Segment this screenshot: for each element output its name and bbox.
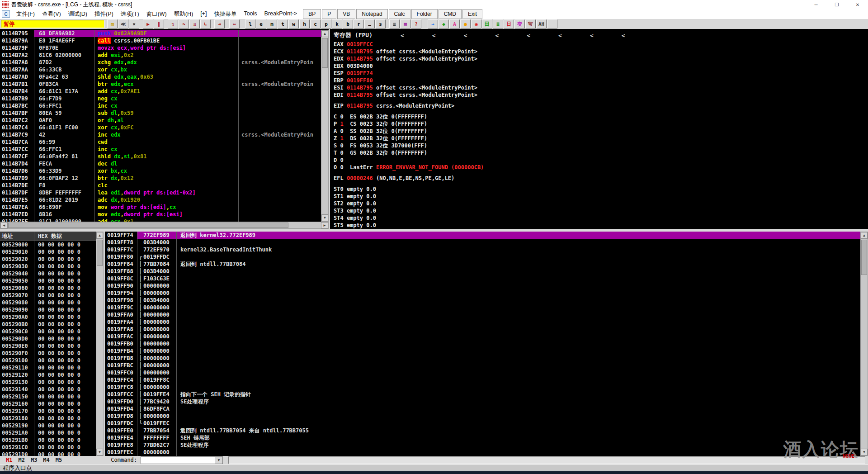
plugin-5-icon[interactable]: ◉ (471, 19, 481, 28)
dump-row[interactable]: 0052911000 00 00 00 0 (0, 364, 96, 371)
disasm-row[interactable]: 0114B7DEF8clc (0, 182, 321, 189)
dump-row[interactable]: 0052913000 00 00 00 0 (0, 379, 96, 386)
dump-row[interactable]: 0052916000 00 00 00 0 (0, 400, 96, 408)
hex-dump-pane[interactable]: 地址 HEX 数据 0052900000 00 00 00 0005290100… (0, 232, 96, 456)
dump-row[interactable]: 005291B000 00 00 00 0 (0, 436, 96, 444)
stack-row[interactable]: 0019FF90│00000000 (105, 282, 860, 289)
disasm-row[interactable]: 0114B7C20AF0or dh,al (0, 117, 321, 124)
dump-row[interactable]: 005291A000 00 00 00 0 (0, 429, 96, 436)
dump-row[interactable]: 005291D000 00 00 00 0 (0, 451, 96, 456)
memory-window-button[interactable]: m (267, 19, 277, 28)
dump-row[interactable]: 0052909000 00 00 00 0 (0, 306, 96, 313)
dump-row[interactable]: 0052914000 00 00 00 0 (0, 386, 96, 393)
patches-window-button[interactable]: p (321, 19, 331, 28)
register-row[interactable]: S 0 FS 0053 32位 3D7000(FFF) (330, 142, 868, 149)
stack-row[interactable]: 0019FFA4│00000000 (105, 318, 860, 326)
dump-row[interactable]: 0052906000 00 00 00 0 (0, 284, 96, 292)
disasm-row[interactable]: 0114B7B966:F7D9neg cx (0, 95, 321, 102)
scroll-thumb[interactable] (8, 223, 288, 228)
plugin-2-icon[interactable]: ◆ (439, 19, 449, 28)
register-row[interactable]: ST0 empty 0.0 (330, 185, 868, 193)
register-row[interactable]: ESP 0019FF74 (330, 70, 868, 77)
close-icon[interactable]: × (129, 19, 139, 28)
command-combobox[interactable]: ▼ (141, 456, 223, 464)
pause-icon[interactable]: ∥ (154, 19, 164, 28)
plugin-8-icon[interactable]: 日 (504, 19, 514, 28)
register-row[interactable]: ST4 empty 0.0 (330, 214, 868, 222)
register-row[interactable]: ST1 empty 0.0 (330, 193, 868, 200)
pane-collapse-icon[interactable]: < (622, 32, 625, 39)
register-row[interactable]: EDI 0114B795 offset csrss.<ModuleEntryPo… (330, 91, 868, 99)
menu-item-T[interactable]: 选项(T) (117, 10, 143, 18)
menu-item-W[interactable]: 窗口(W) (143, 10, 170, 18)
blank-window-button[interactable]: … (364, 19, 375, 28)
plugin-9-icon[interactable]: 变 (514, 19, 525, 28)
animate-over-icon[interactable]: ↳ (200, 19, 211, 28)
windows-list-icon[interactable]: ▦ (400, 19, 410, 28)
register-row[interactable]: C 0 ES 002B 32位 0(FFFFFFFF) (330, 113, 868, 120)
call-stack-window-button[interactable]: k (332, 19, 342, 28)
dump-row[interactable]: 005290A000 00 00 00 0 (0, 313, 96, 321)
dump-row[interactable]: 0052917000 00 00 00 0 (0, 408, 96, 415)
plugin-11-icon[interactable]: AH (536, 19, 547, 28)
register-row[interactable]: A 0 SS 002B 32位 0(FFFFFFFF) (330, 128, 868, 135)
memory-tab-m1[interactable]: M1 (6, 457, 12, 463)
register-row[interactable]: ST2 empty 0.0 (330, 200, 868, 207)
memory-tab-m3[interactable]: M3 (31, 457, 37, 463)
register-row[interactable]: T 0 GS 002B 32位 0(FFFFFFFF) (330, 149, 868, 156)
windows-window-button[interactable]: w (288, 19, 299, 28)
restore-button[interactable]: ❐ (826, 0, 847, 9)
stack-row[interactable]: 0019FF8C│F103C63E (105, 275, 860, 282)
menu-button-folder[interactable]: Folder (411, 9, 438, 19)
stack-pane[interactable]: 0019FF74772EF989返回到 kernel32.772EF989001… (105, 232, 860, 456)
memory-tab-m5[interactable]: M5 (56, 457, 62, 463)
disasm-row[interactable]: 0114B79AE8 1F4AE6FFcall csrss.00FB01BE (0, 37, 321, 44)
scroll-down-icon[interactable]: ▼ (861, 449, 868, 455)
stack-row[interactable]: 0019FF88│003D4000 (105, 268, 860, 275)
register-row[interactable]: EAX 0019FFCC (330, 41, 868, 48)
dump-row[interactable]: 005290C000 00 00 00 0 (0, 328, 96, 335)
dump-row[interactable]: 0052910000 00 00 00 0 (0, 357, 96, 364)
menu-button-notepad[interactable]: Notepad (356, 9, 387, 19)
disasm-row[interactable]: 0114B7D4FECAdec dl (0, 160, 321, 167)
menu-item-V[interactable]: 查看(V) (38, 10, 65, 18)
stack-row[interactable]: 0019FF84│77BB7084返回到 ntdll.77BB7084 (105, 261, 860, 268)
disasm-row[interactable]: 0114B7C942inc edxcsrss.<ModuleEntryPoin (0, 131, 321, 138)
register-row[interactable]: P 1 CS 0023 32位 0(FFFFFFFF) (330, 120, 868, 128)
stack-row[interactable]: 0019FFEC00000000 (105, 449, 860, 456)
menu-button-vb[interactable]: VB (337, 9, 355, 19)
stack-row[interactable]: 0019FF9C│00000000 (105, 304, 860, 311)
menu-item-[interactable]: 快捷菜单 (210, 10, 240, 18)
stack-row[interactable]: 0019FFAC│00000000 (105, 333, 860, 340)
executables-window-button[interactable]: e (256, 19, 266, 28)
plugin-6-icon[interactable]: 田 (482, 19, 492, 28)
pane-collapse-icon[interactable]: < (464, 32, 467, 39)
stack-row[interactable]: 0019FFC4│0019FF8C (105, 376, 860, 384)
scroll-left-icon[interactable]: ◄ (0, 222, 8, 228)
register-row[interactable]: D 0 (330, 156, 868, 164)
dump-row[interactable]: 0052904000 00 00 00 0 (0, 270, 96, 277)
register-row[interactable]: EIP 0114B795 csrss.<ModuleEntryPoint> (330, 102, 868, 109)
stack-row[interactable]: 0019FFA8│00000000 (105, 326, 860, 333)
help-icon[interactable]: ? (411, 19, 421, 28)
disasm-row[interactable]: 0114B7BC66:FFC1inc cx (0, 102, 321, 109)
dump-row[interactable]: 005290F000 00 00 00 0 (0, 350, 96, 357)
pane-collapse-icon[interactable]: < (527, 32, 530, 39)
dump-row[interactable]: 0052905000 00 00 00 0 (0, 277, 96, 284)
dump-row[interactable]: 0052903000 00 00 00 0 (0, 263, 96, 270)
disasm-row[interactable]: 0114B7AD0Fa4c2 63shld edx,eax,0x63 (0, 73, 321, 81)
disasm-row[interactable]: 0114B7B466:81C1 E17Aadd cx,0x7AE1 (0, 88, 321, 95)
disasm-row[interactable]: 0114B7C466:81F1 FC00xor cx,0xFC (0, 124, 321, 131)
plugin-4-icon[interactable]: ● (460, 19, 471, 28)
dump-row[interactable]: 0052907000 00 00 00 0 (0, 292, 96, 299)
disasm-row[interactable]: 0114B7ED8B16mov edx,dword ptr ds:[esi] (0, 211, 321, 218)
dump-hex-header[interactable]: HEX 数据 (34, 232, 62, 241)
stack-row[interactable]: 0019FFB4│00000000 (105, 347, 860, 355)
menu-item-D[interactable]: 调试(D) (65, 10, 91, 18)
dump-row[interactable]: 0052901000 00 00 00 0 (0, 248, 96, 256)
stack-row[interactable]: 0019FFB0│00000000 (105, 340, 860, 347)
breakpoints-window-button[interactable]: b (343, 19, 353, 28)
menu-item-H[interactable]: 帮助(H) (170, 10, 197, 18)
dump-address-header[interactable]: 地址 (0, 232, 34, 241)
stack-row[interactable]: 0019FFC8│00000000 (105, 384, 860, 391)
